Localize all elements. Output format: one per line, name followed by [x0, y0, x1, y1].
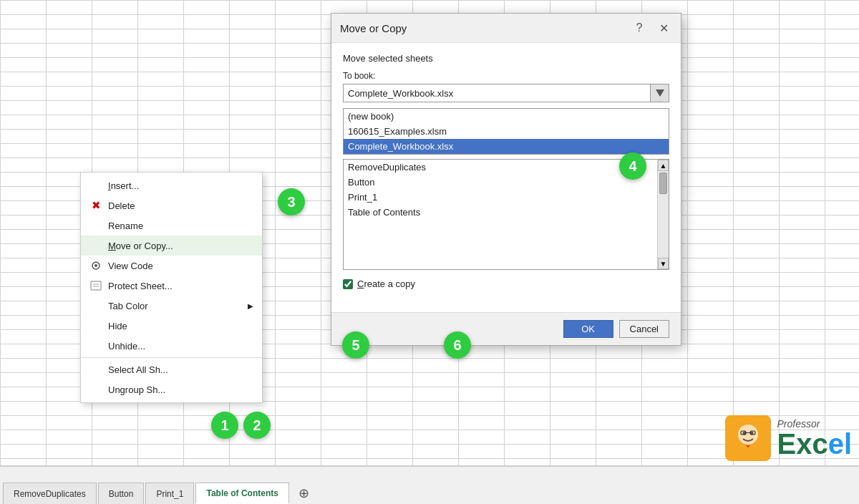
- hide-icon: [88, 319, 104, 332]
- scrollbar-down-btn[interactable]: ▼: [658, 258, 669, 269]
- scrollbar-up-btn[interactable]: ▲: [658, 160, 669, 171]
- before-sheet-listbox: RemoveDuplicates Button Print_1 Table of…: [343, 159, 669, 270]
- ctx-view-code[interactable]: View Code: [81, 256, 262, 276]
- dialog-close-button[interactable]: ✕: [655, 19, 672, 37]
- dialog-footer: OK Cancel: [331, 312, 681, 345]
- move-selected-label: Move selected sheets: [343, 53, 669, 64]
- excel-c: c: [812, 428, 828, 460]
- badge-5: 5: [342, 331, 369, 359]
- excel-el: el: [828, 428, 852, 460]
- ctx-unhide-label: Unhide...: [108, 341, 253, 352]
- context-menu: Insert... ✖ Delete Rename Move or Copy..…: [80, 172, 263, 403]
- dialog-titlebar: Move or Copy ? ✕: [331, 14, 681, 43]
- ctx-select-all-label: Select All Sh...: [108, 364, 253, 375]
- create-copy-checkbox[interactable]: [343, 279, 353, 289]
- cancel-button[interactable]: Cancel: [619, 320, 669, 338]
- move-copy-icon: [88, 239, 104, 252]
- svg-rect-2: [91, 281, 101, 290]
- ctx-tab-color[interactable]: Tab Color ▶: [81, 296, 262, 316]
- excel-text: Excel: [777, 430, 852, 458]
- create-copy-row: Create a copy: [343, 278, 669, 289]
- ctx-select-all-sheets[interactable]: Select All Sh...: [81, 359, 262, 379]
- sheet-tab-button[interactable]: Button: [98, 483, 145, 504]
- tab-color-arrow: ▶: [248, 302, 253, 310]
- insert-icon: [88, 179, 104, 192]
- book-option-160615[interactable]: 160615_Examples.xlsm: [344, 124, 669, 139]
- svg-marker-5: [656, 89, 664, 97]
- sheet-item-print1[interactable]: Print_1: [344, 190, 657, 205]
- sheet-tab-tableofcontents[interactable]: Table of Contents: [195, 483, 288, 504]
- book-dropdown-list: (new book) 160615_Examples.xlsm Complete…: [343, 108, 669, 155]
- professor-avatar: [725, 415, 771, 461]
- sheets-list-content: RemoveDuplicates Button Print_1 Table of…: [344, 160, 657, 269]
- ctx-rename[interactable]: Rename: [81, 215, 262, 236]
- tab-color-icon: [88, 299, 104, 312]
- badge-2: 2: [243, 412, 271, 439]
- ctx-protect-label: Protect Sheet...: [108, 281, 253, 291]
- move-copy-dialog: Move or Copy ? ✕ Move selected sheets To…: [331, 13, 681, 346]
- badge-6: 6: [444, 331, 471, 359]
- viewcode-icon: [88, 259, 104, 272]
- delete-icon: ✖: [88, 199, 104, 212]
- sheet-tab-removeduplicates-label: RemoveDuplicates: [14, 489, 86, 499]
- ctx-rename-label: Rename: [108, 220, 253, 231]
- badge-3: 3: [278, 188, 305, 215]
- svg-point-1: [94, 264, 97, 267]
- ctx-tab-color-label: Tab Color: [108, 301, 248, 311]
- scrollbar-track: [658, 171, 669, 258]
- professor-excel-logo: Professor Excel: [777, 418, 852, 458]
- sheet-tab-button-label: Button: [109, 489, 134, 499]
- book-option-complete[interactable]: Complete_Workbook.xlsx: [344, 139, 669, 154]
- ctx-view-code-label: View Code: [108, 261, 253, 271]
- dialog-controls: ? ✕: [631, 19, 672, 37]
- ctx-hide[interactable]: Hide: [81, 316, 262, 336]
- sheet-item-button[interactable]: Button: [344, 175, 657, 190]
- sheet-item-removeduplicates[interactable]: RemoveDuplicates: [344, 160, 657, 175]
- badge-1: 1: [211, 412, 238, 439]
- book-option-new[interactable]: (new book): [344, 109, 669, 124]
- sheet-tab-tableofcontents-label: Table of Contents: [206, 488, 278, 498]
- ctx-insert[interactable]: Insert...: [81, 175, 262, 195]
- ctx-move-copy[interactable]: Move or Copy...: [81, 236, 262, 256]
- sheet-tab-removeduplicates[interactable]: RemoveDuplicates: [3, 483, 97, 504]
- dialog-title: Move or Copy: [340, 22, 407, 34]
- to-book-label: To book:: [343, 71, 669, 81]
- sheet-tab-print1[interactable]: Print_1: [145, 483, 194, 504]
- ctx-move-copy-label: Move or Copy...: [108, 241, 253, 251]
- ctx-unhide[interactable]: Unhide...: [81, 336, 262, 356]
- ctx-delete[interactable]: ✖ Delete: [81, 195, 262, 215]
- ctx-ungroup-sheets[interactable]: Ungroup Sh...: [81, 379, 262, 399]
- sheet-item-tableofcontents[interactable]: Table of Contents: [344, 205, 657, 220]
- sheet-tab-bar: RemoveDuplicates Button Print_1 Table of…: [0, 465, 859, 504]
- select-all-icon: [88, 363, 104, 376]
- ctx-ungroup-label: Ungroup Sh...: [108, 384, 253, 395]
- to-book-dropdown-btn[interactable]: [650, 84, 669, 102]
- ctx-insert-label: Insert...: [108, 180, 253, 191]
- ok-button[interactable]: OK: [563, 320, 613, 338]
- rename-icon: [88, 219, 104, 232]
- to-book-value: Complete_Workbook.xlsx: [344, 88, 650, 99]
- add-sheet-button[interactable]: ⊕: [293, 483, 315, 504]
- ctx-divider: [81, 357, 262, 358]
- excel-x: x: [796, 428, 812, 460]
- ctx-protect-sheet[interactable]: Protect Sheet...: [81, 276, 262, 296]
- ctx-hide-label: Hide: [108, 321, 253, 331]
- professor-excel-branding: Professor Excel: [725, 415, 852, 461]
- excel-e: E: [777, 428, 796, 460]
- protect-icon: [88, 279, 104, 292]
- ctx-delete-label: Delete: [108, 200, 253, 211]
- create-copy-label[interactable]: Create a copy: [357, 278, 415, 289]
- dialog-help-button[interactable]: ?: [631, 19, 648, 37]
- sheet-list-scrollbar: ▲ ▼: [657, 160, 669, 269]
- scrollbar-thumb: [659, 173, 667, 194]
- unhide-icon: [88, 339, 104, 352]
- ungroup-icon: [88, 383, 104, 396]
- to-book-select[interactable]: Complete_Workbook.xlsx: [343, 84, 669, 102]
- sheet-tab-print1-label: Print_1: [156, 489, 183, 499]
- badge-4: 4: [619, 152, 646, 180]
